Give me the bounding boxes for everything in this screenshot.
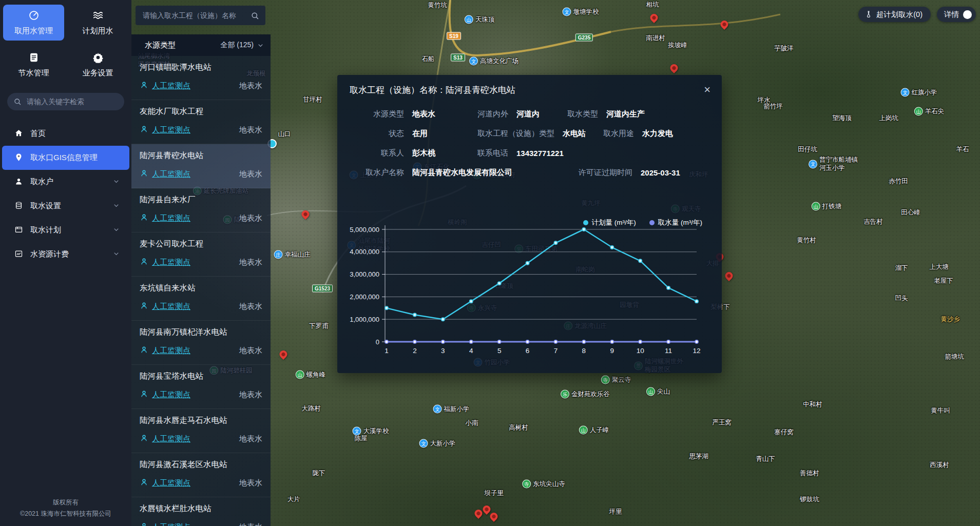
station-name: 麦卡公司取水工程: [140, 239, 262, 249]
map-label: 中和村: [803, 401, 822, 409]
sidebar-item-3[interactable]: 取水户: [2, 170, 129, 194]
poi-green-icon[interactable]: 乐: [561, 390, 569, 399]
map-label: 坝子里: [484, 490, 504, 498]
map-label: 山尖山: [646, 387, 670, 396]
field-value: 彭木桃: [412, 148, 435, 158]
station-water-source: 地表水: [239, 434, 262, 444]
station-name: 陆河县水唇走马石水电站: [140, 415, 262, 426]
chevron-down-icon: [257, 42, 264, 49]
station-list-item[interactable]: 陆河县南万镇杞洋水电站人工监测点地表水: [131, 321, 271, 365]
over-plan-intake-button[interactable]: 超计划取水(0): [858, 7, 931, 22]
app-tile-2[interactable]: 计划用水: [67, 5, 128, 41]
station-monitor-type: 人工监测点: [152, 346, 190, 356]
sidebar-search-input[interactable]: [26, 97, 121, 106]
map-label-text: 望海顶: [832, 114, 852, 123]
station-list-item[interactable]: 友能水厂取水工程人工监测点地表水: [131, 100, 271, 144]
station-list-item[interactable]: 陆河县激石溪老区水电站人工监测点地表水: [131, 453, 271, 497]
station-list-item[interactable]: 陆河县宝塔水电站人工监测点地表水: [131, 365, 271, 409]
poi-blue-icon[interactable]: 庄: [274, 250, 283, 259]
station-fields: 水源类型地表水河道内外河道内取水类型河道内生产状态在用取水工程（设施）类型水电站…: [337, 96, 722, 178]
map-label-text: 下罗甫: [309, 322, 329, 330]
poi-green-icon[interactable]: 山: [646, 387, 655, 396]
app-tiles: 取用水管理计划用水节水管理业务设置: [0, 0, 131, 85]
person-icon: [140, 81, 148, 91]
field-value: 2025-03-31: [641, 168, 680, 177]
map-label-text: 螺角峰: [306, 371, 326, 379]
poi-green-icon[interactable]: 山: [812, 202, 820, 211]
search-icon[interactable]: [251, 11, 259, 20]
map-label: 吉告村: [863, 218, 883, 226]
sidebar-item-4[interactable]: 取水设置: [2, 194, 129, 218]
poi-blue-icon[interactable]: 文: [809, 160, 817, 169]
station-meta: 人工监测点地表水: [140, 257, 262, 268]
poi-blue-icon[interactable]: 文: [433, 405, 442, 414]
detail-toggle[interactable]: 详情: [937, 7, 976, 22]
poi-blue-icon[interactable]: 文: [563, 8, 571, 16]
sidebar-item-5[interactable]: 取水计划: [2, 218, 129, 242]
close-icon[interactable]: ×: [702, 82, 713, 98]
map-label: 赤竹田: [889, 178, 908, 186]
legend-item-1[interactable]: 计划量 (m³/年): [583, 218, 636, 227]
map-label-text: 寨仔窝: [774, 428, 794, 437]
map-label: 文红旗小学: [901, 88, 937, 97]
station-list-item[interactable]: 陆河县水唇走马石水电站人工监测点地表水: [131, 409, 271, 453]
poi-green-icon[interactable]: 寺: [601, 376, 610, 384]
poi-blue-icon[interactable]: 文: [353, 427, 361, 436]
map-label: 乐金财苑欢乐谷: [561, 390, 610, 399]
app-tile-4[interactable]: 业务设置: [67, 47, 128, 83]
station-search[interactable]: [136, 6, 265, 25]
station-list-item[interactable]: 水唇镇水栏肚水电站人工监测点地表水: [131, 497, 271, 526]
poi-blue-icon[interactable]: 文: [419, 439, 428, 448]
map-label: 山天珠顶: [465, 15, 495, 24]
map-label: 山羊石尖: [914, 107, 945, 116]
svg-text:11: 11: [665, 347, 672, 355]
poi-green-icon[interactable]: 寺: [522, 480, 531, 489]
map-label: 挨坡嶂: [668, 42, 687, 50]
toggle-knob[interactable]: [963, 10, 972, 19]
field-row: 水源类型地表水河道内外河道内取水类型河道内生产: [353, 109, 706, 119]
poi-green-icon[interactable]: 山: [296, 371, 304, 379]
poi-blue-icon[interactable]: 文: [469, 57, 478, 66]
station-list-item[interactable]: 陆河县青硿水电站人工监测点地表水: [131, 144, 271, 188]
station-list-item[interactable]: 麦卡公司取水工程人工监测点地表水: [131, 232, 271, 277]
source-type-filter[interactable]: 水源类型 全部 (125): [131, 34, 271, 56]
map-label: 甘坪村: [303, 96, 322, 104]
station-meta: 人工监测点地表水: [140, 213, 262, 224]
station-monitor-type: 人工监测点: [152, 169, 190, 179]
station-list-item[interactable]: 东坑镇自来水站人工监测点地表水: [131, 277, 271, 321]
sidebar-item-label: 取水计划: [30, 225, 61, 235]
station-search-input[interactable]: [142, 11, 246, 20]
station-list-item[interactable]: 河口镇唱歌潭水电站人工监测点地表水: [131, 56, 271, 100]
map-label-text: 黄竹坑: [428, 2, 447, 10]
poi-blue-icon[interactable]: 山: [465, 15, 473, 24]
person-icon: [140, 389, 148, 400]
poi-blue-icon[interactable]: 文: [901, 88, 910, 97]
sidebar-item-label: 首页: [30, 129, 46, 139]
map-label: 严王窝: [712, 419, 732, 427]
station-list-item[interactable]: 陆河县自来水厂人工监测点地表水: [131, 188, 271, 232]
poi-green-icon[interactable]: 山: [579, 426, 588, 435]
sidebar-item-6[interactable]: 水资源计费: [2, 242, 129, 266]
field-value: 水电站: [563, 129, 586, 139]
map-label-text: 箭塘坑: [945, 353, 964, 361]
poi-green-icon[interactable]: 山: [914, 107, 923, 116]
station-monitor-type: 人工监测点: [152, 81, 190, 91]
sidebar-item-1[interactable]: 首页: [2, 122, 129, 146]
legend-item-2[interactable]: 取水量 (m³/年): [649, 218, 702, 227]
map-label-text: 老屋下: [934, 277, 953, 285]
map-label-text: 大片: [287, 496, 300, 504]
sidebar-item-2[interactable]: 取水口GIS信息管理: [2, 146, 129, 170]
map-label-text: 坪里: [609, 508, 622, 516]
app-tile-3[interactable]: 节水管理: [3, 47, 64, 83]
map-label: 老屋下: [934, 277, 953, 285]
station-water-source: 地表水: [239, 258, 262, 267]
svg-text:10: 10: [637, 347, 644, 355]
station-monitor-type: 人工监测点: [152, 213, 190, 223]
sidebar-search[interactable]: [7, 93, 124, 110]
station-name: 陆河县青硿水电站: [140, 150, 262, 161]
station-monitor-type: 人工监测点: [152, 258, 190, 267]
map-label-text: 青山下: [756, 455, 775, 463]
app-tile-1[interactable]: 取用水管理: [3, 5, 64, 41]
svg-text:3,000,000: 3,000,000: [350, 270, 379, 278]
field-value: 在用: [412, 129, 428, 139]
